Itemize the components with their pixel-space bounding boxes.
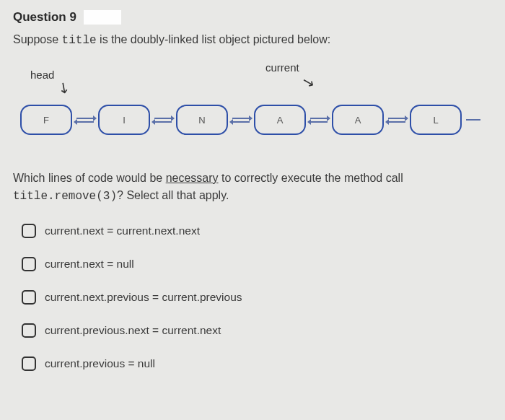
q-line2-suffix: ? Select all that apply. <box>117 189 229 201</box>
node-row: F I N A A L <box>20 105 480 135</box>
intro-prefix: Suppose <box>13 33 62 45</box>
intro-text: Suppose title is the doubly-linked list … <box>13 33 492 47</box>
question-text: Which lines of code would be necessary t… <box>13 170 492 205</box>
connector <box>388 118 405 123</box>
q-code: title.remove(3) <box>13 190 117 203</box>
checkbox[interactable] <box>22 257 36 271</box>
option-row[interactable]: current.previous.next = current.next <box>22 323 492 338</box>
checkbox[interactable] <box>22 224 36 238</box>
intro-suffix: is the doubly-linked list object picture… <box>97 33 331 45</box>
option-row[interactable]: current.next.previous = current.previous <box>22 290 492 305</box>
intro-code: title <box>62 34 97 47</box>
checkbox[interactable] <box>22 323 36 338</box>
option-row[interactable]: current.next = current.next.next <box>22 224 492 238</box>
node-4: A <box>332 105 384 135</box>
option-text: current.previous = null <box>45 357 155 370</box>
option-text: current.previous.next = current.next <box>45 324 221 337</box>
connector <box>76 118 94 123</box>
connector <box>232 118 250 123</box>
node-0: F <box>20 105 72 135</box>
tail-line <box>466 119 480 121</box>
node-1: I <box>98 105 150 135</box>
q-necessary: necessary <box>166 172 219 184</box>
option-text: current.next.previous = current.previous <box>45 291 242 304</box>
node-3: A <box>254 105 306 135</box>
current-arrow-icon: ↙ <box>299 71 316 92</box>
checkbox[interactable] <box>22 356 36 371</box>
connector <box>310 118 328 123</box>
redaction-box <box>84 10 121 25</box>
q-line1-prefix: Which lines of code would be <box>13 172 166 184</box>
question-number: Question 9 <box>13 10 76 25</box>
option-text: current.next = current.next.next <box>45 224 200 237</box>
q-line1-suffix: to correctly execute the method call <box>219 172 403 184</box>
option-row[interactable]: current.next = null <box>22 257 492 271</box>
connector <box>154 118 172 123</box>
linked-list-diagram: head ↘ current ↙ F I N A A L <box>13 69 492 148</box>
checkbox[interactable] <box>22 290 36 305</box>
node-5: L <box>410 105 462 135</box>
options-list: current.next = current.next.next current… <box>13 224 492 371</box>
option-row[interactable]: current.previous = null <box>22 356 492 371</box>
option-text: current.next = null <box>45 258 134 271</box>
head-arrow-icon: ↘ <box>54 76 74 97</box>
node-2: N <box>176 105 228 135</box>
head-pointer-label: head <box>30 69 54 81</box>
current-pointer-label: current <box>265 61 299 74</box>
